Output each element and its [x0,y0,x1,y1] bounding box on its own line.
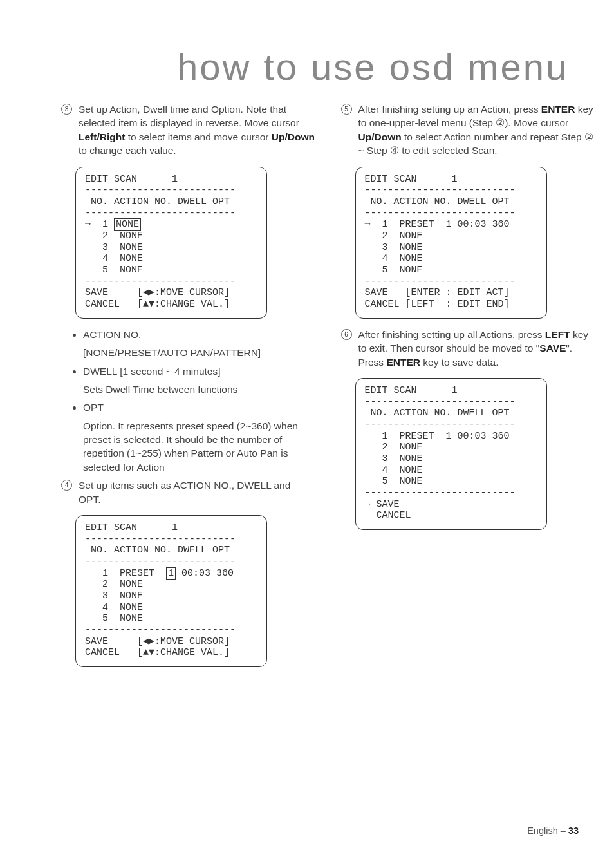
bullet-3-sub: Option. It represents preset speed (2~36… [83,419,315,475]
osd1-d3: -------------------------- [85,276,236,287]
bullet-action-no: ACTION NO. [83,328,315,341]
step-3-icon: 3 [61,104,72,115]
step-3-body: Set up Action, Dwell time and Option. No… [79,102,315,158]
bullet-opt: OPT [83,401,315,414]
osd-screen-1: EDIT SCAN 1 -------------------------- N… [75,167,267,319]
osd2-r1-sel: 1 [166,567,176,580]
osd4-d3: -------------------------- [365,487,516,498]
osd1-d2: -------------------------- [85,208,236,219]
osd1-r1-sel: NONE [114,218,141,231]
osd4-d2: -------------------------- [365,419,516,430]
osd1-title: EDIT SCAN 1 [85,174,178,185]
right-column: 5 After finishing setting up an Action, … [341,102,595,676]
osd3-title: EDIT SCAN 1 [365,174,458,185]
step-4-body: Set up items such as ACTION NO., DWELL a… [79,478,315,506]
step-5-bold-d: Up/Down [358,131,402,142]
bullet-3-title: OPT [83,402,104,413]
osd4-r5: 5 NONE [365,476,423,487]
osd1-d1: -------------------------- [85,185,236,196]
osd2-r3: 3 NONE [85,590,143,601]
osd3-s2: CANCEL [LEFT : EDIT END] [365,299,510,310]
step-3-bold-b: Left/Right [79,131,125,142]
osd2-d1: -------------------------- [85,534,236,545]
step-3: 3 Set up Action, Dwell time and Option. … [61,102,315,158]
osd1-r5: 5 NONE [85,265,143,276]
osd-screen-2: EDIT SCAN 1 -------------------------- N… [75,515,267,667]
osd3-r2: 2 NONE [365,231,423,241]
osd3-d3: -------------------------- [365,276,516,287]
osd3-r4: 4 NONE [365,253,423,264]
bullet-list: ACTION NO. [83,328,315,341]
osd3-r3: 3 NONE [365,242,423,253]
step-5-text-a: After finishing setting up an Action, pr… [358,104,541,115]
osd2-d3: -------------------------- [85,625,236,636]
osd3-hdr: NO. ACTION NO. DWELL OPT [365,196,510,207]
step-6-icon: 6 [341,329,352,340]
osd4-s2: CANCEL [365,510,411,521]
header-rule [42,79,171,79]
osd1-s2: CANCEL [▲▼:CHANGE VAL.] [85,299,230,310]
osd4-r1: 1 PRESET 1 00:03 360 [365,431,510,442]
step-6-text-a: After finishing setting up all Actions, … [358,329,545,340]
step-3-text-c: to select items and move cursor [125,131,271,142]
osd2-s2: CANCEL [▲▼:CHANGE VAL.] [85,647,230,658]
bullet-dwell: DWELL [1 second ~ 4 minutes] [83,364,315,378]
step-6-bold-d: SAVE [539,343,566,354]
osd4-r4: 4 NONE [365,465,423,476]
step-5-bold-b: ENTER [541,104,575,115]
osd4-s1: → SAVE [365,499,400,510]
osd3-d1: -------------------------- [365,185,516,196]
osd1-r2: 2 NONE [85,231,143,241]
osd4-d1: -------------------------- [365,397,516,408]
osd4-hdr: NO. ACTION NO. DWELL OPT [365,408,510,419]
osd2-r1c: 00:03 360 [176,568,234,579]
osd2-title: EDIT SCAN 1 [85,522,178,533]
step-3-text-e: to change each value. [79,145,176,156]
step-5-body: After finishing setting up an Action, pr… [358,102,595,158]
step-6-body: After finishing setting up all Actions, … [358,328,595,369]
osd1-r1a: → 1 [85,219,114,230]
step-6-bold-b: LEFT [545,329,570,340]
left-column: 3 Set up Action, Dwell time and Option. … [61,102,315,676]
step-4-icon: 4 [61,480,72,491]
osd2-r1a: 1 PRESET [85,568,166,579]
page-header: how to use osd menu [42,45,595,88]
osd4-r2: 2 NONE [365,442,423,453]
osd2-r5: 5 NONE [85,613,143,624]
step-6-text-g: key to save data. [420,357,499,368]
bullet-2-sub: Sets Dwell Time between functions [83,382,315,396]
step-3-text-a: Set up Action, Dwell time and Option. No… [79,104,299,128]
osd1-r3: 3 NONE [85,242,143,253]
bullet-1-title: ACTION NO. [83,329,141,340]
osd2-d2: -------------------------- [85,556,236,567]
step-5: 5 After finishing setting up an Action, … [341,102,595,158]
osd3-d2: -------------------------- [365,208,516,219]
step-6-bold-f: ENTER [386,357,420,368]
bullet-list-3: OPT [83,401,315,414]
bullet-list-2: DWELL [1 second ~ 4 minutes] [83,364,315,378]
osd4-r3: 3 NONE [365,453,423,464]
page-number: 33 [568,826,579,836]
footer-lang: English – [527,826,568,836]
bullet-2-title: DWELL [83,366,117,377]
osd2-hdr: NO. ACTION NO. DWELL OPT [85,545,230,556]
bullet-2-range: [1 second ~ 4 minutes] [117,366,221,377]
osd3-s1: SAVE [ENTER : EDIT ACT] [365,287,510,298]
osd1-hdr: NO. ACTION NO. DWELL OPT [85,196,230,207]
osd3-r1: → 1 PRESET 1 00:03 360 [365,219,510,230]
osd1-r4: 4 NONE [85,253,143,264]
osd-screen-3: EDIT SCAN 1 -------------------------- N… [355,167,547,319]
osd3-r5: 5 NONE [365,265,423,276]
osd2-s1: SAVE [◀▶:MOVE CURSOR] [85,636,230,647]
step-6: 6 After finishing setting up all Actions… [341,328,595,369]
osd2-r4: 4 NONE [85,602,143,613]
step-5-icon: 5 [341,104,352,115]
osd4-title: EDIT SCAN 1 [365,385,458,396]
osd1-s1: SAVE [◀▶:MOVE CURSOR] [85,287,230,298]
osd-screen-4: EDIT SCAN 1 -------------------------- N… [355,378,547,530]
step-3-bold-d: Up/Down [272,131,315,142]
bullet-1-sub: [NONE/PRESET/AUTO PAN/PATTERN] [83,346,315,359]
page-footer: English – 33 [527,826,579,836]
step-4: 4 Set up items such as ACTION NO., DWELL… [61,478,315,506]
page-title: how to use osd menu [177,45,568,88]
